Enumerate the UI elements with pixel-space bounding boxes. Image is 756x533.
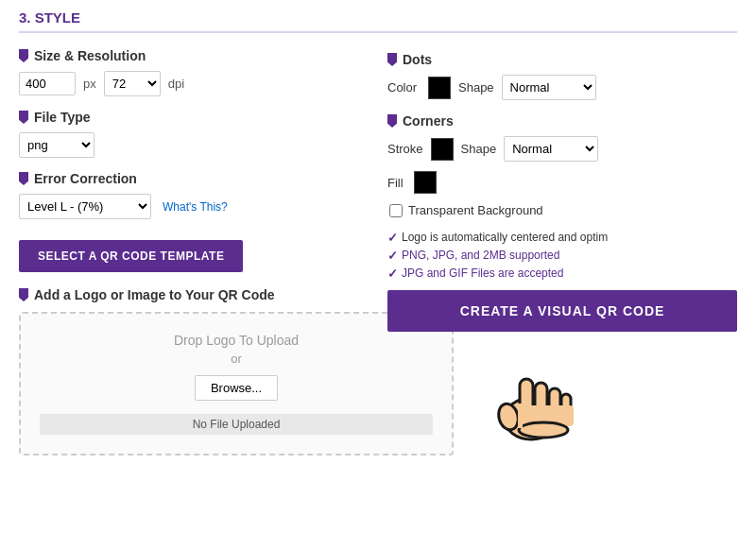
corners-shape-select[interactable]: Normal Extra Rounded Dot — [504, 136, 598, 162]
corners-stroke-label: Stroke — [387, 142, 423, 156]
corners-fill-swatch[interactable] — [414, 171, 437, 194]
check-item-1: ✓ Logo is automatically centered and opt… — [387, 231, 737, 245]
flag-icon-filetype — [19, 111, 28, 124]
whats-this-link[interactable]: What's This? — [163, 200, 228, 214]
file-type-title: File Type — [19, 110, 359, 125]
drop-logo-text: Drop Logo To Upload — [40, 333, 433, 348]
checkmark-icon-2: ✓ — [387, 249, 398, 263]
check-item-3: ✓ JPG and GIF Files are accepted — [387, 266, 737, 281]
flag-icon-corners — [387, 114, 397, 128]
dots-shape-label: Shape — [458, 80, 494, 95]
corners-stroke-swatch[interactable] — [431, 138, 454, 161]
flag-icon-size — [19, 49, 28, 62]
or-label: or — [40, 352, 433, 366]
browse-button[interactable]: Browse... — [195, 375, 278, 401]
transparent-bg-checkbox[interactable] — [389, 204, 403, 217]
select-template-button[interactable]: SELECT A QR CODE TEMPLATE — [19, 240, 243, 272]
flag-icon-error — [19, 172, 28, 185]
error-correction-select[interactable]: Level L - (7%) Level M - (15%) Level Q -… — [19, 194, 151, 219]
px-unit-label: px — [83, 77, 96, 91]
checkmark-icon-3: ✓ — [387, 266, 398, 281]
dots-color-swatch[interactable] — [428, 77, 451, 99]
check-text-3: JPG and GIF Files are accepted — [402, 266, 563, 280]
corners-title: Corners — [387, 113, 737, 129]
check-item-2: ✓ PNG, JPG, and 2MB supported — [387, 249, 737, 263]
check-text-1: Logo is automatically centered and optim — [402, 231, 608, 244]
checkmark-icon-1: ✓ — [387, 231, 398, 245]
create-visual-qr-button[interactable]: CREATE A VISUAL QR CODE — [387, 290, 737, 332]
error-correction-title: Error Correction — [19, 171, 359, 186]
flag-icon-logo — [19, 288, 28, 301]
flag-icon-dots — [387, 53, 397, 66]
transparent-bg-label: Transparent Background — [408, 203, 543, 217]
size-resolution-title: Size & Resolution — [19, 48, 359, 63]
dots-color-label: Color — [387, 80, 421, 95]
dots-title: Dots — [387, 52, 737, 67]
dpi-unit-label: dpi — [168, 77, 184, 91]
filetype-select[interactable]: png jpg svg pdf — [19, 132, 94, 158]
no-file-label: No File Uploaded — [40, 414, 433, 435]
dpi-select[interactable]: 72 96 150 300 — [104, 71, 161, 96]
corners-fill-label: Fill — [387, 176, 406, 190]
section-title: 3. STYLE — [19, 9, 737, 33]
dots-shape-select[interactable]: Normal Round Dots Extra Rounded Classy C… — [502, 75, 596, 100]
corners-shape-label: Shape — [461, 142, 497, 156]
features-checklist: ✓ Logo is automatically centered and opt… — [387, 231, 737, 281]
size-input[interactable] — [19, 72, 76, 95]
add-logo-title: Add a Logo or Image to Your QR Code — [19, 287, 359, 302]
check-text-2: PNG, JPG, and 2MB supported — [402, 249, 559, 262]
